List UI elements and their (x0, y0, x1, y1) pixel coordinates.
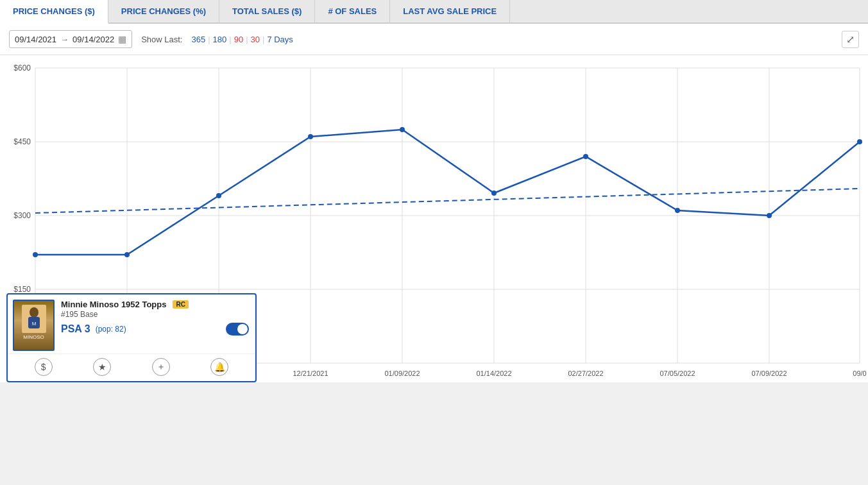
svg-text:07/09/2022: 07/09/2022 (751, 370, 787, 377)
data-point (767, 213, 772, 218)
svg-text:12/21/2021: 12/21/2021 (293, 370, 328, 377)
svg-text:02/27/2022: 02/27/2022 (568, 370, 603, 377)
svg-text:$300: $300 (13, 211, 31, 220)
period-30[interactable]: 30 (251, 35, 260, 44)
toolbar: 09/14/2021 → 09/14/2022 ▦ Show Last: 365… (0, 24, 868, 55)
date-arrow: → (60, 35, 69, 44)
date-range-picker[interactable]: 09/14/2021 → 09/14/2022 ▦ (9, 30, 132, 48)
period-365[interactable]: 365 (191, 35, 205, 44)
card-actions: $ ★ ＋ 🔔 (8, 353, 255, 381)
dollar-icon[interactable]: $ (35, 358, 53, 376)
tab-total-sales[interactable]: TOTAL SALES ($) (219, 0, 315, 22)
card-grade-row: PSA 3 (pop: 82) (61, 323, 249, 336)
data-point (583, 154, 588, 159)
svg-point-30 (30, 307, 38, 318)
svg-text:09/0: 09/0 (853, 370, 866, 377)
data-point (216, 193, 221, 198)
card-image: M MINOSO (13, 300, 55, 351)
sep4: | (262, 35, 264, 44)
card-panel: M MINOSO Minnie Minoso 1952 Topps RC #19… (6, 293, 257, 382)
card-toggle[interactable] (226, 323, 249, 336)
period-7days[interactable]: 7 Days (267, 35, 293, 44)
svg-text:$450: $450 (13, 137, 31, 146)
card-info: Minnie Minoso 1952 Topps RC #195 Base PS… (61, 300, 249, 351)
card-rc-badge: RC (173, 300, 188, 309)
date-end: 09/14/2022 (72, 35, 114, 44)
bell-icon[interactable]: 🔔 (210, 358, 228, 376)
card-sub: #195 Base (61, 310, 249, 319)
card-pop: (pop: 82) (96, 325, 126, 334)
svg-text:M: M (31, 321, 36, 327)
svg-text:07/05/2022: 07/05/2022 (660, 370, 695, 377)
card-top: M MINOSO Minnie Minoso 1952 Topps RC #19… (8, 294, 255, 353)
sep3: | (246, 35, 248, 44)
data-point (857, 139, 862, 144)
svg-text:01/09/2022: 01/09/2022 (384, 370, 420, 377)
tab-last-avg-sale[interactable]: LAST AVG SALE PRICE (390, 0, 510, 22)
trend-line (35, 189, 860, 213)
data-point (400, 127, 405, 132)
calendar-icon: ▦ (118, 34, 126, 44)
data-point (308, 134, 313, 139)
expand-button[interactable]: ⤢ (842, 31, 859, 48)
card-name: Minnie Minoso 1952 Topps (61, 300, 166, 309)
sep2: | (229, 35, 231, 44)
period-90[interactable]: 90 (234, 35, 243, 44)
data-point (124, 252, 130, 257)
tab-num-sales[interactable]: # OF SALES (315, 0, 390, 22)
period-180[interactable]: 180 (213, 35, 227, 44)
data-point (33, 252, 38, 257)
chart-area: $600 $450 $300 $150 $0 10/20/2021 10/31/… (0, 55, 868, 382)
data-point (491, 191, 497, 196)
date-start: 09/14/2021 (15, 35, 56, 44)
star-icon[interactable]: ★ (93, 358, 111, 376)
tab-price-changes-dollar[interactable]: PRICE CHANGES ($) (0, 0, 108, 24)
svg-text:$150: $150 (13, 285, 31, 294)
sep1: | (208, 35, 210, 44)
add-icon[interactable]: ＋ (152, 358, 170, 376)
svg-text:$600: $600 (13, 64, 31, 72)
tab-price-changes-pct[interactable]: PRICE CHANGES (%) (108, 0, 219, 22)
show-last-label: Show Last: (141, 35, 182, 44)
svg-text:01/14/2022: 01/14/2022 (476, 370, 511, 377)
show-last-links: 365 | 180 | 90 | 30 | 7 Days (191, 35, 293, 44)
card-grade: PSA 3 (61, 323, 90, 335)
tabs-bar: PRICE CHANGES ($) PRICE CHANGES (%) TOTA… (0, 0, 868, 24)
data-point (675, 208, 680, 213)
